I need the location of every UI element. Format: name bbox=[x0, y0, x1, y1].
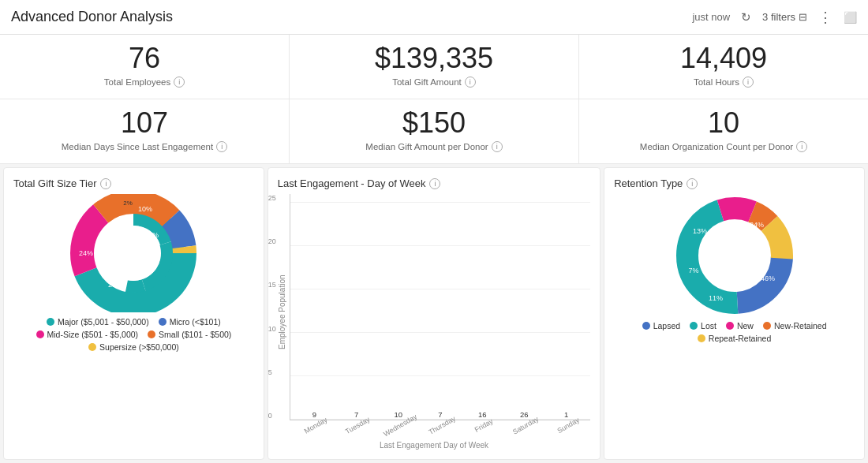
retention-title: Retention Type i bbox=[614, 177, 855, 189]
legend-label-small: Small ($101 - $500) bbox=[159, 330, 231, 339]
gift-tier-svg: 44% 20% 24% 10% 2% bbox=[66, 194, 200, 312]
legend-dot-new-retained bbox=[763, 322, 771, 330]
refresh-icon[interactable]: ↻ bbox=[741, 10, 751, 24]
metric-value-org: 10 bbox=[586, 107, 862, 139]
metrics-row-1: 76 Total Employees i $139,335 Total Gift… bbox=[0, 35, 868, 99]
bar-chart-plot: 0 5 10 15 20 25 bbox=[290, 194, 590, 430]
metric-median-days: 107 Median Days Since Last Engagement i bbox=[0, 99, 290, 163]
y-axis-label: Employee Population bbox=[278, 194, 286, 430]
legend-dot-lapsed bbox=[642, 322, 650, 330]
metric-value-days: 107 bbox=[6, 107, 282, 139]
window-icon[interactable]: ⬜ bbox=[844, 11, 857, 24]
metric-label-median-gift: Median Gift Amount per Donor i bbox=[296, 141, 572, 152]
info-icon-org[interactable]: i bbox=[796, 141, 807, 152]
legend-lost: Lost bbox=[690, 321, 716, 330]
metric-label-employees: Total Employees i bbox=[6, 77, 282, 88]
bar-value-friday: 16 bbox=[478, 410, 487, 419]
metric-total-hours: 14,409 Total Hours i bbox=[579, 35, 868, 99]
metric-label-days: Median Days Since Last Engagement i bbox=[6, 141, 282, 152]
legend-label-repeat-retained: Repeat-Retained bbox=[709, 334, 771, 343]
engagement-bar-chart: Last Engagement - Day of Week i Employee… bbox=[268, 167, 600, 460]
gift-tier-chart: Total Gift Size Tier i bbox=[3, 167, 264, 460]
gift-tier-legend: Major ($5,001 - $50,000) Micro (<$101) M… bbox=[13, 317, 254, 352]
metric-label-org: Median Organization Count per Donor i bbox=[586, 141, 862, 152]
info-icon-gift-tier[interactable]: i bbox=[100, 178, 111, 189]
pct-repeat-retained: 13% bbox=[693, 227, 707, 235]
metric-label-hours: Total Hours i bbox=[586, 77, 862, 88]
bar-value-monday: 9 bbox=[312, 410, 316, 419]
metric-label-gift: Total Gift Amount i bbox=[296, 77, 572, 88]
legend-major: Major ($5,001 - $50,000) bbox=[47, 317, 149, 327]
legend-dot-micro bbox=[159, 318, 166, 326]
page-title: Advanced Donor Analysis bbox=[11, 9, 173, 25]
pct-small: 24% bbox=[79, 249, 93, 257]
retention-donut-container: 24% 46% 11% 7% 13% Lapsed Lost New bbox=[614, 194, 855, 450]
legend-micro: Micro (<$101) bbox=[159, 317, 221, 327]
pct-lost: 46% bbox=[761, 274, 775, 282]
legend-new-retained: New-Retained bbox=[763, 321, 827, 330]
info-icon-median-gift[interactable]: i bbox=[492, 141, 503, 152]
filters-button[interactable]: 3 filters ⊟ bbox=[762, 11, 807, 23]
info-icon-bar[interactable]: i bbox=[429, 178, 440, 189]
retention-chart: Retention Type i 24% 46% bbox=[604, 167, 865, 460]
legend-label-lapsed: Lapsed bbox=[653, 321, 680, 330]
legend-small: Small ($101 - $500) bbox=[148, 330, 231, 339]
bar-value-saturday: 26 bbox=[520, 410, 529, 419]
pct-micro: 10% bbox=[138, 205, 152, 213]
legend-dot-lost bbox=[690, 322, 698, 330]
info-icon-hours[interactable]: i bbox=[743, 77, 754, 88]
legend-dot-repeat-retained bbox=[698, 334, 705, 342]
pct-midsize: 20% bbox=[108, 281, 122, 289]
x-axis-labels: MondayTuesdayWednesdayThursdayFridaySatu… bbox=[290, 422, 590, 430]
bar-value-thursday: 7 bbox=[438, 410, 442, 419]
x-axis-title: Last Engagement Day of Week bbox=[278, 441, 590, 450]
grid-and-bars: 0 5 10 15 20 25 bbox=[290, 194, 590, 420]
pct-lapsed: 24% bbox=[750, 221, 764, 229]
timestamp-label: just now bbox=[692, 11, 730, 23]
legend-label-new-retained: New-Retained bbox=[774, 321, 827, 330]
metric-value-hours: 14,409 bbox=[586, 43, 862, 74]
retention-legend: Lapsed Lost New New-Retained Repeat-Reta… bbox=[614, 321, 855, 343]
bar-value-wednesday: 10 bbox=[395, 410, 403, 419]
metric-total-employees: 76 Total Employees i bbox=[0, 35, 290, 99]
metric-total-gift-amount: $139,335 Total Gift Amount i bbox=[290, 35, 579, 99]
legend-label-lost: Lost bbox=[701, 321, 716, 330]
legend-dot-new bbox=[726, 322, 734, 330]
donut-hole-2 bbox=[709, 230, 760, 281]
metric-value-gift: $139,335 bbox=[296, 43, 572, 74]
retention-svg: 24% 46% 11% 7% 13% bbox=[664, 194, 806, 316]
legend-dot-midsize bbox=[36, 330, 44, 338]
info-icon-employees[interactable]: i bbox=[174, 77, 185, 88]
charts-row: Total Gift Size Tier i bbox=[0, 164, 868, 463]
more-icon[interactable]: ⋮ bbox=[818, 9, 832, 26]
metric-median-gift: $150 Median Gift Amount per Donor i bbox=[290, 99, 579, 163]
legend-midsize: Mid-Size ($501 - $5,000) bbox=[36, 330, 139, 339]
metric-median-org: 10 Median Organization Count per Donor i bbox=[579, 99, 868, 163]
app-header: Advanced Donor Analysis just now ↻ 3 fil… bbox=[0, 0, 868, 35]
legend-dot-supersize bbox=[88, 343, 96, 351]
legend-label-major: Major ($5,001 - $50,000) bbox=[58, 317, 149, 327]
legend-supersize: Supersize (>$50,000) bbox=[88, 342, 179, 352]
legend-label-supersize: Supersize (>$50,000) bbox=[99, 342, 179, 352]
info-icon-days[interactable]: i bbox=[216, 141, 227, 152]
legend-dot-major bbox=[47, 318, 54, 326]
metric-value-employees: 76 bbox=[6, 43, 282, 74]
legend-label-midsize: Mid-Size ($501 - $5,000) bbox=[47, 330, 139, 339]
bar-chart-inner: Employee Population 0 5 10 15 20 25 bbox=[278, 194, 590, 430]
info-icon-gift[interactable]: i bbox=[465, 77, 476, 88]
info-icon-retention[interactable]: i bbox=[687, 178, 698, 189]
metrics-row-2: 107 Median Days Since Last Engagement i … bbox=[0, 99, 868, 164]
legend-lapsed: Lapsed bbox=[642, 321, 680, 330]
bar-value-tuesday: 7 bbox=[354, 410, 358, 419]
pct-supersize: 2% bbox=[124, 200, 133, 207]
gift-tier-title: Total Gift Size Tier i bbox=[13, 177, 254, 189]
filters-label: 3 filters bbox=[762, 11, 795, 23]
legend-new: New bbox=[726, 321, 754, 330]
metric-value-median-gift: $150 bbox=[296, 107, 572, 139]
pct-new-retained: 7% bbox=[688, 267, 698, 274]
legend-label-new: New bbox=[737, 321, 754, 330]
legend-repeat-retained: Repeat-Retained bbox=[698, 334, 771, 343]
y-tick-labels: 0 5 10 15 20 25 bbox=[268, 194, 276, 420]
gift-tier-donut-container: 44% 20% 24% 10% 2% Major ($5,001 - $50,0… bbox=[13, 194, 254, 450]
bar-chart-area: Employee Population 0 5 10 15 20 25 bbox=[278, 194, 590, 450]
